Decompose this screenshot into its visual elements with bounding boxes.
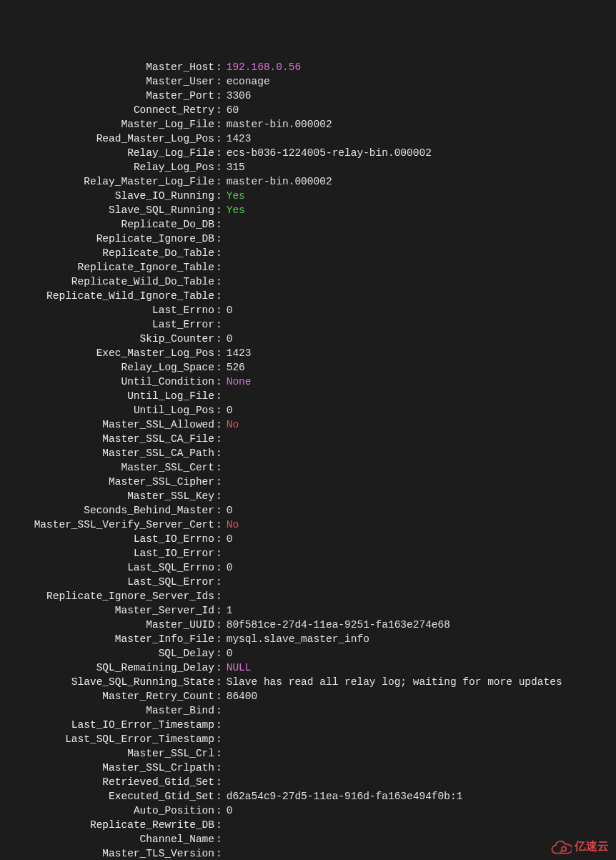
status-label: Last_IO_Error_Timestamp (0, 718, 214, 732)
colon-separator: : (214, 632, 224, 646)
colon-separator: : (214, 403, 224, 417)
colon-separator: : (214, 832, 224, 846)
status-value: No (224, 417, 239, 432)
status-value (224, 246, 227, 260)
status-value (224, 575, 227, 589)
colon-separator: : (214, 532, 224, 546)
status-label: Until_Condition (0, 375, 214, 389)
colon-separator: : (214, 489, 224, 503)
colon-separator: : (214, 446, 224, 460)
status-label: Master_Host (0, 60, 214, 74)
status-value: 526 (224, 360, 245, 375)
colon-separator: : (214, 718, 224, 732)
status-value: d62a54c9-27d5-11ea-916d-fa163e494f0b:1 (224, 789, 463, 804)
colon-separator: : (214, 117, 224, 132)
status-row: Executed_Gtid_Set:d62a54c9-27d5-11ea-916… (0, 789, 616, 804)
status-label: Skip_Counter (0, 332, 214, 346)
colon-separator: : (214, 289, 224, 303)
status-label: Last_IO_Error (0, 546, 214, 560)
status-row: Master_Port:3306 (0, 89, 616, 103)
status-value (224, 489, 227, 503)
status-label: Last_SQL_Errno (0, 560, 214, 575)
colon-separator: : (214, 746, 224, 761)
status-label: Last_SQL_Error_Timestamp (0, 732, 214, 746)
status-label: Read_Master_Log_Pos (0, 132, 214, 146)
status-row: Master_SSL_CA_File: (0, 432, 616, 446)
status-row: Last_IO_Error: (0, 546, 616, 560)
status-row: Replicate_Rewrite_DB: (0, 818, 616, 832)
status-row: Last_Error: (0, 317, 616, 332)
status-row: Replicate_Ignore_Table: (0, 260, 616, 275)
status-row: Master_TLS_Version: (0, 846, 616, 860)
status-label: Master_SSL_Cipher (0, 475, 214, 489)
status-row: Retrieved_Gtid_Set: (0, 775, 616, 789)
colon-separator: : (214, 761, 224, 775)
status-value (224, 775, 227, 789)
status-value (224, 718, 227, 732)
status-value: 0 (224, 503, 233, 518)
status-row: Last_Errno:0 (0, 303, 616, 317)
status-label: Until_Log_Pos (0, 403, 214, 417)
status-label: Replicate_Do_DB (0, 217, 214, 232)
status-row: Master_SSL_Cert: (0, 460, 616, 475)
colon-separator: : (214, 346, 224, 360)
colon-separator: : (214, 818, 224, 832)
colon-separator: : (214, 646, 224, 661)
status-row: Relay_Log_Space:526 (0, 360, 616, 375)
status-value: 0 (224, 560, 233, 575)
status-row: Master_Host:192.168.0.56 (0, 60, 616, 74)
colon-separator: : (214, 317, 224, 332)
status-label: Master_Log_File (0, 117, 214, 132)
colon-separator: : (214, 246, 224, 260)
status-row: Slave_IO_Running:Yes (0, 189, 616, 203)
status-row: Last_SQL_Error: (0, 575, 616, 589)
status-row: Master_Retry_Count:86400 (0, 689, 616, 703)
status-label: Master_SSL_Cert (0, 460, 214, 475)
status-label: Replicate_Wild_Ignore_Table (0, 289, 214, 303)
status-label: Last_Errno (0, 303, 214, 317)
colon-separator: : (214, 417, 224, 432)
status-label: Master_Server_Id (0, 603, 214, 618)
status-row: Until_Log_File: (0, 389, 616, 403)
status-row: Relay_Master_Log_File:master-bin.000002 (0, 174, 616, 189)
status-value: 1423 (224, 346, 252, 360)
status-row: Master_SSL_Allowed:No (0, 417, 616, 432)
status-row: Master_SSL_Crlpath: (0, 761, 616, 775)
status-row: Relay_Log_File:ecs-b036-1224005-relay-bi… (0, 146, 616, 160)
status-row: SQL_Remaining_Delay:NULL (0, 661, 616, 675)
status-row: Slave_SQL_Running:Yes (0, 203, 616, 217)
status-label: Replicate_Rewrite_DB (0, 818, 214, 832)
status-row: Seconds_Behind_Master:0 (0, 503, 616, 518)
status-value: None (224, 375, 252, 389)
status-label: Retrieved_Gtid_Set (0, 775, 214, 789)
status-value: master-bin.000002 (224, 174, 332, 189)
status-row: Until_Condition:None (0, 375, 616, 389)
status-value: 1 (224, 603, 233, 618)
status-row: Auto_Position:0 (0, 804, 616, 818)
status-value (224, 475, 227, 489)
status-value: 60 (224, 103, 239, 117)
status-label: Until_Log_File (0, 389, 214, 403)
status-row: Relay_Log_Pos:315 (0, 160, 616, 174)
status-value: 0 (224, 804, 233, 818)
status-row: Replicate_Wild_Do_Table: (0, 275, 616, 289)
colon-separator: : (214, 275, 224, 289)
status-value (224, 289, 227, 303)
status-label: Master_Info_File (0, 632, 214, 646)
status-row: Master_SSL_Crl: (0, 746, 616, 761)
colon-separator: : (214, 160, 224, 174)
status-value (224, 546, 227, 560)
status-row: Exec_Master_Log_Pos:1423 (0, 346, 616, 360)
status-value: 0 (224, 532, 233, 546)
status-value: 3306 (224, 89, 252, 103)
status-label: Seconds_Behind_Master (0, 503, 214, 518)
colon-separator: : (214, 575, 224, 589)
status-label: Master_TLS_Version (0, 846, 214, 860)
status-label: Executed_Gtid_Set (0, 789, 214, 804)
colon-separator: : (214, 518, 224, 532)
status-row: Slave_SQL_Running_State:Slave has read a… (0, 675, 616, 689)
colon-separator: : (214, 303, 224, 317)
status-label: Master_SSL_CA_File (0, 432, 214, 446)
colon-separator: : (214, 689, 224, 703)
status-label: Master_SSL_CA_Path (0, 446, 214, 460)
